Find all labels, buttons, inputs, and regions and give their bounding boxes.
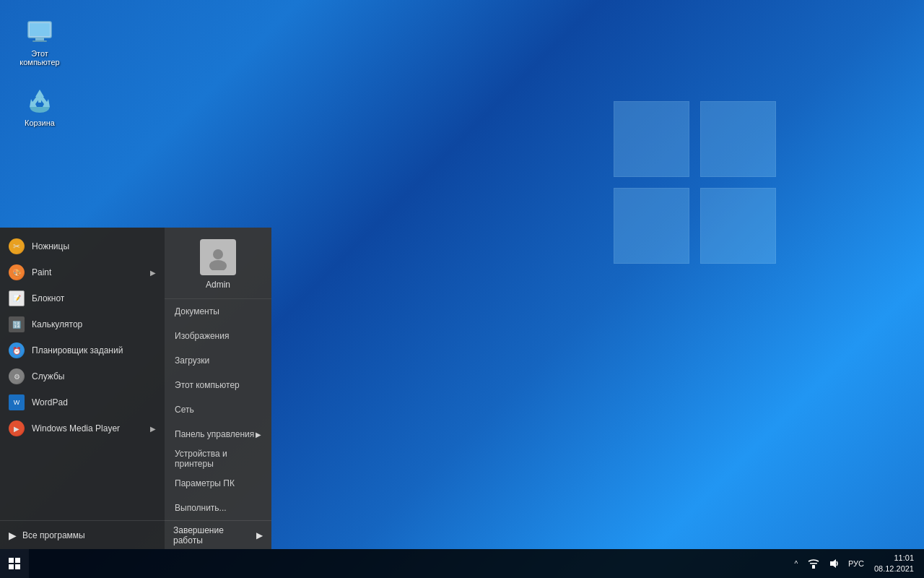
svg-marker-5 — [40, 96, 50, 107]
notepad-icon: 📝 — [9, 290, 25, 306]
svg-rect-9 — [812, 565, 815, 569]
devices-label: Устройства и принтеры — [175, 449, 261, 469]
username: Admin — [206, 280, 230, 290]
right-menu-devices[interactable]: Устройства и принтеры — [165, 447, 271, 471]
notepad-label: Блокнот — [32, 293, 64, 303]
desktop-icons: Этот компьютер Корзина — [14, 14, 65, 130]
taskbar: ^ РУС 11:01 08.12.2021 — [0, 549, 924, 578]
start-menu-left: ✂ Ножницы 🎨 Paint ▶ 📝 Блокнот 🔢 Калькуля… — [0, 228, 165, 549]
wordpad-icon: W — [9, 394, 25, 410]
right-computer-label: Этот компьютер — [175, 380, 240, 390]
paint-label: Paint — [32, 267, 51, 277]
control-panel-arrow: ▶ — [256, 431, 261, 439]
wmp-label: Windows Media Player — [32, 423, 120, 434]
desktop-icon-recycle[interactable]: Корзина — [14, 84, 65, 130]
tray-clock[interactable]: 11:01 08.12.2021 — [870, 553, 918, 575]
network-tray-icon[interactable] — [805, 555, 822, 572]
calc-label: Калькулятор — [32, 319, 82, 329]
svg-rect-1 — [30, 23, 50, 36]
all-programs-label: Все программы — [22, 530, 85, 540]
start-menu-item-wordpad[interactable]: W WordPad — [0, 389, 165, 415]
network-icon — [808, 558, 819, 569]
services-label: Службы — [32, 371, 64, 381]
control-panel-label: Панель управления — [175, 429, 254, 439]
start-button[interactable] — [0, 549, 29, 578]
start-menu-right: Admin Документы Изображения Загрузки Это… — [165, 228, 271, 549]
run-label: Выполнить... — [175, 503, 227, 513]
taskbar-tray: ^ РУС 11:01 08.12.2021 — [790, 553, 924, 575]
computer-label-line2: компьютер — [19, 58, 59, 66]
services-icon: ⚙ — [9, 368, 25, 384]
clock-date: 08.12.2021 — [874, 564, 914, 574]
start-menu-item-calc[interactable]: 🔢 Калькулятор — [0, 311, 165, 337]
wordpad-label: WordPad — [32, 397, 68, 407]
svg-point-8 — [209, 260, 227, 270]
windows-icon — [9, 558, 20, 569]
paint-arrow: ▶ — [150, 269, 156, 277]
start-menu-item-wmp[interactable]: ▶ Windows Media Player ▶ — [0, 415, 165, 441]
svg-rect-3 — [32, 40, 47, 42]
svg-point-7 — [213, 249, 223, 259]
right-menu-images[interactable]: Изображения — [165, 324, 271, 348]
scissors-icon: ✂ — [9, 238, 25, 254]
shutdown-button[interactable]: Завершение работы ▶ — [165, 520, 271, 549]
settings-label: Параметры ПК — [175, 478, 235, 488]
right-menu-documents[interactable]: Документы — [165, 299, 271, 324]
right-menu-settings[interactable]: Параметры ПК — [165, 471, 271, 496]
recycle-icon — [25, 87, 54, 116]
start-menu: ✂ Ножницы 🎨 Paint ▶ 📝 Блокнот 🔢 Калькуля… — [0, 228, 271, 549]
desktop-icon-computer[interactable]: Этот компьютер — [14, 14, 65, 69]
right-menu-run[interactable]: Выполнить... — [165, 496, 271, 520]
computer-label-line1: Этот — [31, 49, 48, 58]
scissors-label: Ножницы — [32, 241, 69, 251]
documents-label: Документы — [175, 306, 219, 316]
paint-icon: 🎨 — [9, 264, 25, 280]
volume-icon — [828, 558, 840, 569]
wmp-icon: ▶ — [9, 420, 25, 436]
right-menu-computer[interactable]: Этот компьютер — [165, 373, 271, 397]
calc-icon: 🔢 — [9, 316, 25, 332]
wmp-arrow: ▶ — [150, 425, 156, 433]
images-label: Изображения — [175, 331, 229, 341]
tray-chevron-button[interactable]: ^ — [790, 555, 802, 572]
right-menu-downloads[interactable]: Загрузки — [165, 348, 271, 373]
clock-time: 11:01 — [894, 553, 914, 564]
network-label: Сеть — [175, 405, 194, 415]
language-indicator[interactable]: РУС — [845, 559, 867, 568]
start-menu-item-scissors[interactable]: ✂ Ножницы — [0, 233, 165, 259]
user-section[interactable]: Admin — [165, 228, 271, 299]
scheduler-label: Планировщик заданий — [32, 345, 123, 355]
start-menu-item-notepad[interactable]: 📝 Блокнот — [0, 285, 165, 311]
right-menu-network[interactable]: Сеть — [165, 397, 271, 422]
desktop: Этот компьютер Корзина ✂ Ножницы 🎨 Paint — [0, 0, 924, 578]
all-programs-chevron: ▶ — [9, 530, 17, 541]
scheduler-icon: ⏰ — [9, 342, 25, 358]
start-menu-item-paint[interactable]: 🎨 Paint ▶ — [0, 259, 165, 285]
start-menu-item-services[interactable]: ⚙ Службы — [0, 363, 165, 389]
all-programs-button[interactable]: ▶ Все программы — [0, 520, 165, 549]
svg-rect-2 — [35, 38, 44, 40]
shutdown-arrow: ▶ — [256, 530, 263, 540]
start-menu-item-scheduler[interactable]: ⏰ Планировщик заданий — [0, 337, 165, 363]
svg-rect-10 — [810, 563, 817, 564]
user-avatar — [200, 239, 236, 275]
volume-tray-icon[interactable] — [825, 555, 842, 572]
right-menu-control-panel[interactable]: Панель управления ▶ — [165, 422, 271, 447]
svg-marker-6 — [30, 96, 40, 107]
computer-icon — [25, 17, 54, 46]
recycle-label: Корзина — [25, 118, 55, 127]
downloads-label: Загрузки — [175, 355, 209, 366]
shutdown-label: Завершение работы — [173, 525, 252, 545]
desktop-win-logo — [614, 101, 780, 267]
svg-marker-11 — [830, 559, 836, 568]
